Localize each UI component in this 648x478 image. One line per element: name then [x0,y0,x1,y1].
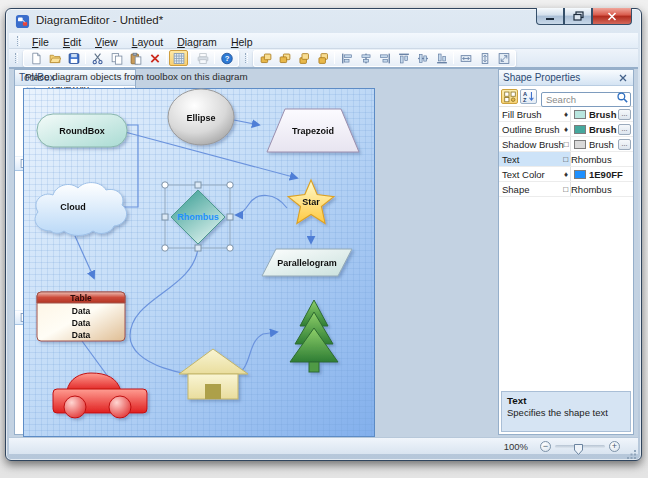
toolbar-grip [15,53,18,63]
minimize-button[interactable] [536,8,564,25]
same-height-button[interactable] [475,50,494,66]
ellipsis-button[interactable]: ... [618,109,631,120]
cut-button[interactable] [88,50,107,66]
open-button[interactable] [45,50,64,66]
same-width-button[interactable] [456,50,475,66]
svg-text:Trapezoid: Trapezoid [292,126,334,136]
toolbar-group-file: ? [23,50,239,67]
color-swatch [574,140,586,149]
property-row[interactable]: Shadow Brush □ Brush ... [499,137,633,152]
new-button[interactable] [26,50,45,66]
zoom-out-button[interactable]: − [540,441,551,452]
grid-toggle-button[interactable] [169,50,188,66]
zoom-in-button[interactable]: + [609,441,620,452]
align-left-button[interactable] [337,50,356,66]
copy-button[interactable] [107,50,126,66]
property-row[interactable]: Outline Brush ♦ Brush ... [499,122,633,137]
property-row[interactable]: Text □ Rhombus ... [499,152,633,167]
property-label: Fill Brush [499,109,542,120]
property-row[interactable]: Shape □ Rhombus ... [499,182,633,197]
shape-roundbox[interactable]: RoundBox [37,114,127,147]
ellipsis-button[interactable]: ... [618,139,631,150]
color-swatch [574,125,586,134]
resize-grip[interactable] [627,446,637,456]
property-row[interactable]: Fill Brush ♦ Brush ... [499,107,633,122]
categorize-button[interactable] [501,89,518,104]
property-value[interactable]: Rhombus [571,154,612,165]
diagram-page[interactable]: RoundBox Ellipse Trapezoid [23,88,375,437]
shape-parallelogram[interactable]: Parallelogram [262,249,352,276]
print-button[interactable] [193,50,212,66]
paste-button[interactable] [126,50,145,66]
bring-forward-button[interactable] [294,50,313,66]
app-icon [15,14,30,29]
toolbar-group-arrange [253,50,516,67]
align-right-button[interactable] [375,50,394,66]
svg-text:RoundBox: RoundBox [59,126,105,136]
menu-item[interactable]: Edit [56,35,88,49]
delete-button[interactable] [145,50,164,66]
main-area: ToolBox Trapezoid Image [9,67,638,437]
shape-table[interactable]: Table Data Data Data [37,292,125,341]
property-label: Text [499,154,519,165]
zoom-slider[interactable] [555,445,605,448]
property-marker-icon: ♦ [564,170,570,179]
same-size-button[interactable] [494,50,513,66]
shape-ellipse[interactable]: Ellipse [168,89,234,145]
separator [334,52,335,64]
menu-item[interactable]: View [88,35,125,49]
menu-item[interactable]: Layout [125,35,171,49]
ellipsis-button[interactable]: ... [618,124,631,135]
svg-text:Table: Table [70,293,92,303]
property-grid: Fill Brush ♦ Brush ... Outline Brush ♦ [499,107,633,390]
property-row[interactable]: Text Color ♦ 1E90FF ... [499,167,633,182]
restore-button[interactable] [564,8,592,25]
property-description: Text Specifies the shape text [501,391,631,432]
menu-item[interactable]: Help [224,35,260,49]
property-value[interactable]: Rhombus [571,184,612,195]
send-backward-button[interactable] [313,50,332,66]
align-top-button[interactable] [394,50,413,66]
menu-item[interactable]: File [25,35,56,49]
menu-item[interactable]: Diagram [170,35,224,49]
status-bar: 100% − + [9,437,638,454]
align-center-button[interactable] [356,50,375,66]
save-button[interactable] [64,50,83,66]
svg-text:Data: Data [72,318,91,328]
align-bottom-button[interactable] [432,50,451,66]
send-to-back-button[interactable] [275,50,294,66]
property-marker-icon: □ [564,140,571,149]
toolbar-grip [17,36,20,46]
close-button[interactable] [592,8,632,25]
search-icon [616,90,629,103]
svg-text:Rhombus: Rhombus [177,212,219,222]
title-bar[interactable]: DiagramEditor - Untitled* [6,9,641,33]
bring-to-front-button[interactable] [256,50,275,66]
zoom-level: 100% [504,441,528,452]
window-title: DiagramEditor - Untitled* [36,14,163,26]
property-label: Shape [499,184,529,195]
property-value[interactable]: Brush [589,124,616,135]
svg-text:Data: Data [72,330,91,340]
property-value[interactable]: 1E90FF [589,169,623,180]
svg-text:?: ? [224,54,229,63]
svg-text:Cloud: Cloud [60,202,86,212]
align-middle-button[interactable] [413,50,432,66]
sort-az-button[interactable]: AZ [520,89,537,104]
toolbar-grip [245,53,248,63]
desktop: DiagramEditor - Untitled* FileEditViewLa… [0,0,648,478]
property-marker-icon: □ [563,185,570,194]
help-button[interactable]: ? [217,50,236,66]
zoom-slider-thumb[interactable] [574,441,583,459]
color-swatch [574,170,586,179]
separator [453,52,454,64]
property-marker-icon: ♦ [564,125,570,134]
svg-text:Star: Star [302,197,320,207]
color-swatch [574,110,586,119]
app-window: DiagramEditor - Untitled* FileEditViewLa… [5,8,642,461]
property-value[interactable]: Brush [589,139,614,150]
close-panel-icon[interactable] [617,72,629,84]
zoom-control: 100% − + [504,441,624,452]
shape-properties-panel: Shape Properties AZ [498,69,634,435]
property-value[interactable]: Brush [589,109,616,120]
